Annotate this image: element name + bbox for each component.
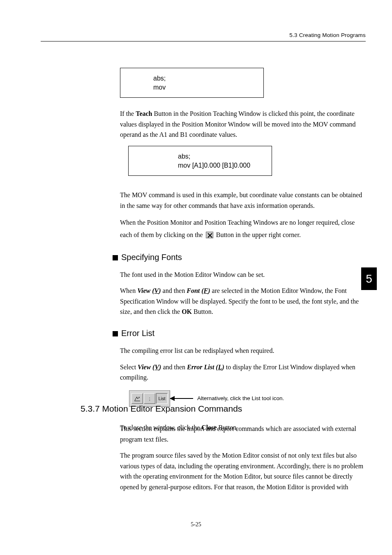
code-line: abs; <box>178 152 265 161</box>
section-heading-error-list: Error List <box>113 329 367 338</box>
toolbar-semicolon-button[interactable]: ; <box>144 393 155 404</box>
header-rule <box>41 41 366 41</box>
code-line: abs; <box>153 74 257 83</box>
paragraph: The compiling error list can be redispla… <box>120 345 367 356</box>
paragraph: When the Position Monitor and Position T… <box>120 216 367 241</box>
bullet-square-icon <box>113 255 118 260</box>
content-column: abs; mov If the Teach Button in the Posi… <box>120 68 367 438</box>
section-heading-fonts: Specifying Fonts <box>113 253 367 262</box>
teach-label: Teach <box>136 110 152 117</box>
running-head: 5.3 Creating Motion Programs <box>289 32 366 38</box>
toolbar-icon-button[interactable] <box>131 393 143 404</box>
close-icon <box>206 232 213 238</box>
toolbar-list-button[interactable]: List <box>156 393 168 404</box>
figure-caption: Alternatively, click the List tool icon. <box>197 395 284 401</box>
subsection-heading: 5.3.7 Motion Editor Expansion Commands <box>81 404 368 414</box>
menu-view: View (V) <box>137 287 161 294</box>
paragraph: The font used in the Motion Editor Windo… <box>120 269 367 280</box>
code-box-1: abs; mov <box>120 68 264 98</box>
chapter-tab: 5 <box>361 267 377 290</box>
paragraph: The program source files saved by the Mo… <box>120 450 367 492</box>
menu-error-list: Error List (L) <box>187 364 224 371</box>
paragraph: This section explains the import and exp… <box>120 424 367 444</box>
ok-label: OK <box>182 308 192 315</box>
subsection-537: 5.3.7 Motion Editor Expansion Commands T… <box>81 404 368 498</box>
paragraph: The MOV command is used in this example,… <box>120 190 367 211</box>
code-box-2: abs; mov [A1]0.000 [B1]0.000 <box>128 146 272 176</box>
page-number: 5-25 <box>0 521 392 528</box>
page: 5.3 Creating Motion Programs abs; mov If… <box>0 0 392 555</box>
paragraph: Select View (V) and then Error List (L) … <box>120 362 367 383</box>
menu-font: Font (F) <box>187 287 210 294</box>
paragraph: If the Teach Button in the Position Teac… <box>120 108 367 140</box>
paragraph: When View (V) and then Font (F) are sele… <box>120 286 367 317</box>
code-line: mov <box>153 83 257 92</box>
menu-view: View (V) <box>138 364 161 371</box>
bullet-square-icon <box>113 331 118 336</box>
code-line: mov [A1]0.000 [B1]0.000 <box>178 161 265 170</box>
arrow-icon <box>170 398 193 399</box>
